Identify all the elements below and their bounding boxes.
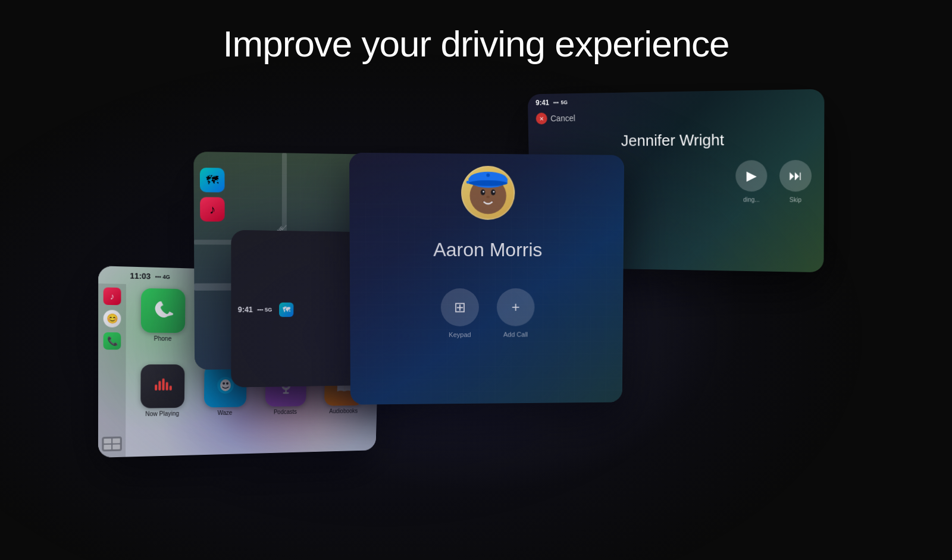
card-phone-call: Aaron Morris ⊞ Keypad + Add Call xyxy=(349,153,624,405)
svg-rect-33 xyxy=(162,379,164,391)
add-call-button[interactable]: + Add Call xyxy=(497,288,535,338)
caller-name: Aaron Morris xyxy=(350,224,624,270)
svg-point-15 xyxy=(486,196,490,198)
home-4g: 4G xyxy=(162,273,170,280)
skip-button[interactable]: ⏭ xyxy=(779,160,812,191)
page-headline: Improve your driving experience xyxy=(0,23,952,65)
home-time: 11:03 xyxy=(130,271,151,281)
svg-point-20 xyxy=(486,174,490,177)
playing-button[interactable]: ▶ xyxy=(735,160,767,191)
rest-signal: ▪▪▪ xyxy=(257,307,263,313)
call-action-buttons: ⊞ Keypad + Add Call xyxy=(350,270,624,345)
svg-rect-34 xyxy=(165,382,168,391)
rest-time: 9:41 xyxy=(238,306,253,314)
svg-point-14 xyxy=(493,191,494,193)
siri-header: ✕ Cancel xyxy=(528,105,824,128)
svg-rect-31 xyxy=(155,385,157,391)
cancel-button[interactable]: ✕ Cancel xyxy=(536,112,575,125)
sidebar-phone-icon[interactable]: 📞 xyxy=(104,332,121,350)
home-sidebar: ♪ 😊 📞 xyxy=(98,284,126,458)
siri-status-5g: 5G xyxy=(560,99,568,105)
svg-point-13 xyxy=(483,191,484,193)
sidebar-music-icon[interactable]: ♪ xyxy=(104,287,121,305)
app-now-playing[interactable]: Now Playing xyxy=(132,364,193,436)
sidebar-grid-icon[interactable] xyxy=(102,436,122,451)
app-phone[interactable]: Phone xyxy=(132,288,193,361)
keypad-button[interactable]: ⊞ Keypad xyxy=(441,288,479,338)
cancel-label: Cancel xyxy=(550,114,575,123)
caller-avatar xyxy=(461,166,515,220)
svg-rect-35 xyxy=(169,386,171,391)
siri-contact-name: Jennifer Wright xyxy=(528,125,824,155)
rest-5g: 5G xyxy=(265,307,272,313)
siri-status-time: 9:41 xyxy=(536,99,549,107)
svg-rect-32 xyxy=(158,381,161,391)
sidebar-face-icon[interactable]: 😊 xyxy=(104,310,121,328)
